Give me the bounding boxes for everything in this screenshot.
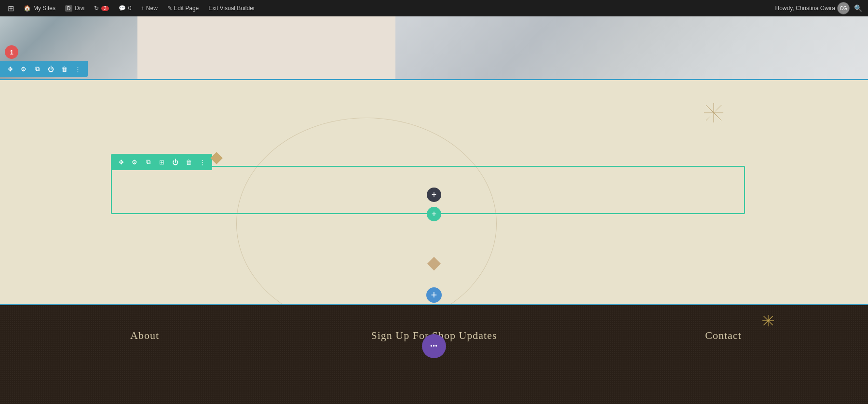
updates-icon: ↻ — [94, 5, 99, 12]
new-menu[interactable]: + New — [137, 0, 162, 16]
row-badge-number: 1 — [10, 49, 13, 56]
bottom-section-border — [0, 304, 868, 305]
footer-about-link[interactable]: About — [130, 329, 159, 342]
deco-star-top — [704, 103, 723, 125]
module-settings-btn[interactable]: ⚙ — [128, 156, 141, 168]
add-module-btn[interactable]: + — [427, 188, 441, 202]
divi-menu[interactable]: D Divi — [61, 0, 88, 16]
avatar[interactable]: CG — [837, 2, 850, 14]
row-clone-btn[interactable]: ⧉ — [31, 63, 43, 75]
comments-count: 0 — [128, 5, 132, 12]
updates-menu[interactable]: ↻ 3 — [90, 0, 113, 16]
my-sites-label: My Sites — [33, 5, 55, 12]
module-diamond-accent — [210, 152, 222, 164]
row-delete-btn[interactable]: 🗑 — [58, 63, 70, 75]
wp-logo[interactable]: ⊞ — [4, 0, 18, 16]
module-delete-btn[interactable]: 🗑 — [182, 156, 195, 168]
exit-builder-btn[interactable]: Exit Visual Builder — [204, 0, 259, 16]
add-plus-icon-teal: + — [432, 209, 437, 219]
row-move-btn[interactable]: ✥ — [4, 63, 16, 75]
page-content: 1 ✥ ⚙ ⧉ ⏻ 🗑 ⋮ — [0, 16, 868, 404]
footer-contact-col: Contact — [579, 329, 868, 342]
edit-page-label: ✎ Edit Page — [167, 5, 199, 12]
row-number-badge: 1 — [5, 45, 18, 59]
footer-star — [762, 315, 774, 329]
add-plus-icon: + — [432, 190, 437, 200]
howdy-text: Howdy, Christina Gwira — [775, 5, 835, 12]
comments-menu[interactable]: 💬 0 — [115, 0, 136, 16]
deco-diamond — [425, 255, 443, 276]
divi-label: Divi — [75, 5, 84, 12]
top-image-area — [0, 16, 868, 79]
new-label: + New — [141, 5, 158, 12]
wp-icon: ⊞ — [8, 4, 14, 13]
row-more-btn[interactable]: ⋮ — [71, 63, 84, 75]
admin-bar-right: Howdy, Christina Gwira CG 🔍 — [775, 2, 864, 14]
module-columns-btn[interactable]: ⊞ — [155, 156, 168, 168]
module-more-btn[interactable]: ⋮ — [196, 156, 208, 168]
admin-bar: ⊞ 🏠 My Sites D Divi ↻ 3 💬 0 + New ✎ Edit… — [0, 0, 868, 16]
module-disable-btn[interactable]: ⏻ — [169, 156, 181, 168]
main-content: ✥ ⚙ ⧉ ⊞ ⏻ 🗑 ⋮ + + — [0, 79, 868, 305]
svg-rect-4 — [427, 257, 441, 270]
add-section-btn[interactable]: + — [426, 287, 442, 303]
edit-page-btn[interactable]: ✎ Edit Page — [163, 0, 203, 16]
updates-count: 3 — [101, 6, 109, 11]
search-icon[interactable]: 🔍 — [852, 2, 864, 14]
module-clone-btn[interactable]: ⧉ — [142, 156, 154, 168]
add-section-plus-icon: + — [431, 289, 437, 301]
comments-icon: 💬 — [119, 5, 126, 12]
module-move-btn[interactable]: ✥ — [115, 156, 127, 168]
footer-about-col: About — [0, 329, 289, 342]
svg-line-3 — [706, 105, 721, 121]
my-sites-menu[interactable]: 🏠 My Sites — [20, 0, 59, 16]
module-toolbar: ✥ ⚙ ⧉ ⊞ ⏻ 🗑 ⋮ — [111, 154, 212, 170]
top-section-border — [0, 79, 868, 80]
home-icon: 🏠 — [24, 5, 31, 12]
purple-options-btn[interactable] — [422, 334, 446, 358]
top-image-right — [395, 16, 868, 79]
divi-icon: D — [65, 5, 72, 12]
exit-builder-label: Exit Visual Builder — [208, 5, 255, 12]
svg-line-2 — [706, 105, 721, 121]
top-row-toolbar: ✥ ⚙ ⧉ ⏻ 🗑 ⋮ — [0, 61, 88, 77]
add-row-btn[interactable]: + — [427, 207, 441, 221]
footer-contact-link[interactable]: Contact — [705, 329, 741, 342]
footer: About Sign Up For Shop Updates Contact — [0, 305, 868, 404]
row-settings-btn[interactable]: ⚙ — [17, 63, 30, 75]
row-disable-btn[interactable]: ⏻ — [44, 63, 57, 75]
